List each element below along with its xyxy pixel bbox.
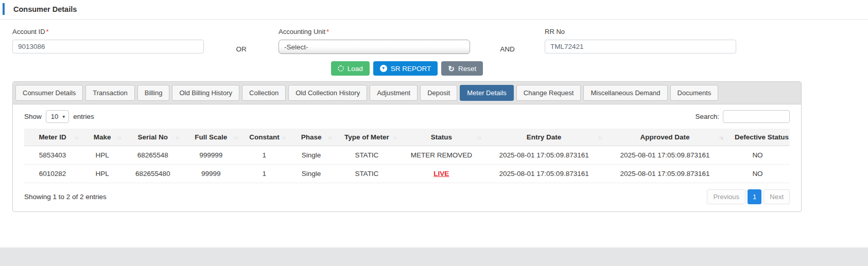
column-header-constant[interactable]: Constant↑↓	[240, 129, 288, 146]
reset-button[interactable]: ↻ Reset	[441, 61, 483, 76]
accounting-unit-select[interactable]: -Select-	[279, 40, 470, 54]
sort-icon: ↑↓	[282, 134, 286, 140]
meter-details-table: Meter ID↑↓Make↑↓Serial No↑↓Full Scale↑↓C…	[24, 129, 790, 183]
consumer-details-page: Consumer Details Account ID* OR Accounti…	[0, 0, 868, 247]
tab-billing[interactable]: Billing	[137, 85, 170, 101]
details-panel: Consumer DetailsTransactionBillingOld Bi…	[12, 81, 802, 212]
tab-collection[interactable]: Collection	[242, 85, 286, 101]
rr-no-input[interactable]	[545, 40, 736, 54]
accounting-unit-selected-value: -Select-	[284, 43, 308, 51]
search-label: Search:	[695, 113, 719, 120]
accounting-unit-field-group: Accounting Unit* -Select-	[279, 28, 470, 54]
sort-icon: ↑↓	[598, 134, 602, 140]
refresh-icon: ↻	[448, 65, 455, 73]
arrow-down-circle-icon: ▼	[380, 65, 387, 72]
account-id-label: Account ID*	[12, 28, 204, 36]
column-header-phase[interactable]: Phase↑↓	[288, 129, 334, 146]
column-header-defective-status[interactable]: Defective Status↑↓	[725, 129, 790, 146]
account-id-input[interactable]	[12, 40, 204, 54]
column-header-approved-date[interactable]: Approved Date↑↓	[604, 129, 725, 146]
table-header-row: Meter ID↑↓Make↑↓Serial No↑↓Full Scale↑↓C…	[24, 129, 790, 146]
tab-old-billing-history[interactable]: Old Billing History	[172, 85, 239, 101]
column-header-type-of-meter[interactable]: Type of Meter↑↓	[334, 129, 399, 146]
sort-icon: ↑↓	[477, 134, 481, 140]
sort-icon: ↑↓	[75, 134, 79, 140]
entries-label: entries	[73, 113, 94, 120]
rr-no-label: RR No	[545, 28, 736, 36]
required-asterisk: *	[46, 28, 49, 36]
table-row: 6010282HPL682655480999991SingleSTATICLIV…	[24, 165, 790, 183]
spinner-icon	[338, 65, 344, 72]
page-title: Consumer Details	[13, 5, 77, 13]
sort-icon: ↑↓	[784, 134, 788, 140]
form-actions: Load ▼ SR REPORT ↻ Reset	[12, 61, 802, 76]
page-size-value: 10	[51, 113, 58, 120]
tab-transaction[interactable]: Transaction	[85, 85, 134, 101]
tab-documents[interactable]: Documents	[670, 85, 719, 101]
load-button-label: Load	[348, 65, 363, 73]
chevron-down-icon: ▾	[62, 114, 65, 119]
entries-info: Showing 1 to 2 of 2 entries	[24, 193, 107, 201]
load-button[interactable]: Load	[331, 61, 370, 76]
tab-consumer-details[interactable]: Consumer Details	[15, 85, 83, 101]
page-1-button[interactable]: 1	[748, 189, 761, 204]
table-footer: Showing 1 to 2 of 2 entries Previous 1 N…	[24, 189, 790, 204]
account-search-form: Account ID* OR Accounting Unit* -Select-…	[0, 20, 868, 54]
column-header-full-scale[interactable]: Full Scale↑↓	[182, 129, 240, 146]
previous-page-button[interactable]: Previous	[707, 189, 745, 204]
column-header-serial-no[interactable]: Serial No↑↓	[124, 129, 182, 146]
column-header-entry-date[interactable]: Entry Date↑↓	[483, 129, 604, 146]
reset-button-label: Reset	[458, 65, 476, 73]
column-header-make[interactable]: Make↑↓	[81, 129, 124, 146]
sort-icon: ↑↓	[176, 134, 180, 140]
table-body: 5853403HPL682655489999991SingleSTATICMET…	[24, 146, 790, 183]
sr-report-button-label: SR REPORT	[391, 65, 431, 73]
page-size-select[interactable]: 10 ▾	[46, 110, 70, 123]
page-header: Consumer Details	[0, 0, 868, 20]
sort-icon: ↑↓	[719, 134, 723, 140]
tab-miscellaneous-demand[interactable]: Miscellaneous Demand	[583, 85, 667, 101]
and-label: AND	[470, 28, 545, 53]
accounting-unit-label: Accounting Unit*	[279, 28, 470, 36]
required-asterisk: *	[326, 28, 329, 36]
page-bottom-strip	[0, 247, 868, 266]
meter-details-tab-panel: Show 10 ▾ entries Search: Meter ID↑↓Make…	[13, 104, 801, 211]
tab-meter-details[interactable]: Meter Details	[460, 85, 514, 101]
tab-change-request[interactable]: Change Request	[516, 85, 581, 101]
sort-icon: ↑↓	[117, 134, 121, 140]
next-page-button[interactable]: Next	[763, 189, 790, 204]
tab-deposit[interactable]: Deposit	[420, 85, 457, 101]
tab-adjustment[interactable]: Adjustment	[370, 85, 418, 101]
show-label: Show	[24, 113, 42, 120]
tab-old-collection-history[interactable]: Old Collection History	[288, 85, 367, 101]
sort-icon: ↑↓	[234, 134, 238, 140]
header-accent-bar	[3, 3, 5, 15]
table-row: 5853403HPL682655489999991SingleSTATICMET…	[24, 146, 790, 165]
account-id-field-group: Account ID*	[12, 28, 204, 54]
page-length-control: Show 10 ▾ entries	[24, 110, 94, 123]
tab-bar: Consumer DetailsTransactionBillingOld Bi…	[13, 82, 801, 104]
column-header-status[interactable]: Status↑↓	[400, 129, 484, 146]
sort-icon: ↑↓	[328, 134, 332, 140]
column-header-meter-id[interactable]: Meter ID↑↓	[24, 129, 81, 146]
or-label: OR	[204, 28, 279, 53]
table-controls: Show 10 ▾ entries Search:	[24, 110, 790, 123]
status-link[interactable]: LIVE	[433, 170, 449, 178]
sort-icon: ↑↓	[393, 134, 397, 140]
table-search-control: Search:	[695, 110, 790, 123]
search-input[interactable]	[723, 110, 790, 123]
pagination: Previous 1 Next	[707, 189, 790, 204]
sr-report-button[interactable]: ▼ SR REPORT	[373, 61, 438, 76]
rr-no-field-group: RR No	[545, 28, 736, 54]
